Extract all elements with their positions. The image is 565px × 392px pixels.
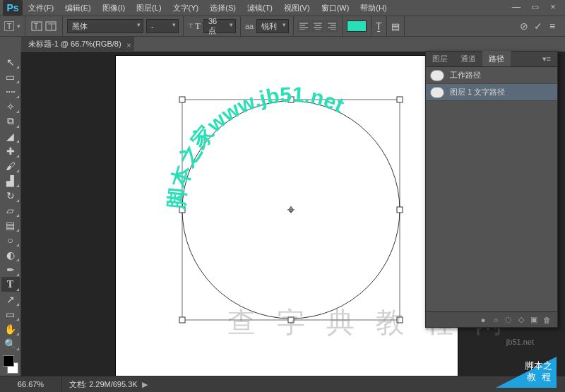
commit-edits-button[interactable]: ✓ — [531, 20, 545, 32]
wand-tool[interactable]: ✧ — [1, 99, 20, 114]
foreground-background-swatch[interactable] — [1, 354, 20, 375]
delete-path-button[interactable]: 🗑 — [540, 316, 553, 324]
font-style-dropdown[interactable]: - — [146, 19, 179, 33]
panel-flyout-menu[interactable]: ▾≡ — [536, 51, 557, 66]
foreground-color[interactable] — [3, 355, 14, 367]
path-thumb-icon — [430, 87, 444, 98]
path-row-work-path[interactable]: 工作路径 — [426, 67, 557, 84]
tool-options-bar: T ▾ T 丅 黑体 - ⊤ T 36 点 aa 锐利 Ṯ ▤ ⊘ ✓ ≡ — [0, 16, 565, 37]
lasso-tool[interactable]: ᠁ — [1, 84, 20, 99]
menu-edit[interactable]: 编辑(E) — [59, 0, 97, 16]
menu-file[interactable]: 文件(F) — [23, 0, 59, 16]
move-tool[interactable]: ↖ — [1, 54, 20, 69]
font-family-dropdown[interactable]: 黑体 — [67, 19, 143, 33]
menu-type[interactable]: 文字(Y) — [167, 0, 205, 16]
paths-panel-footer: ● ○ ◌ ◇ ▣ 🗑 — [426, 311, 557, 327]
svg-rect-20 — [397, 97, 403, 102]
character-panel-toggle[interactable]: ▤ — [391, 21, 400, 32]
path-row-label: 图层 1 文字路径 — [450, 87, 505, 97]
font-size-icon: ⊤ — [188, 23, 194, 30]
svg-rect-24 — [288, 317, 294, 323]
dodge-tool[interactable]: ◐ — [1, 247, 20, 262]
history-brush-tool[interactable]: ↻ — [1, 188, 20, 203]
stroke-path-button[interactable]: ○ — [489, 316, 502, 324]
path-row-type-path[interactable]: 图层 1 文字路径 — [426, 84, 557, 101]
svg-rect-22 — [397, 207, 403, 213]
current-tool-indicator[interactable]: T — [4, 21, 14, 31]
eyedropper-tool[interactable]: ◢ — [1, 129, 20, 143]
brush-tool[interactable]: 🖌 — [1, 158, 20, 173]
svg-rect-18 — [179, 97, 185, 102]
align-center-button[interactable] — [311, 20, 324, 32]
svg-text:T: T — [34, 23, 38, 30]
panel-menu-icon[interactable]: ≡ — [545, 20, 559, 32]
docinfo-label: 文档: — [69, 380, 87, 388]
cancel-edits-button[interactable]: ⊘ — [517, 20, 531, 32]
document-canvas[interactable]: 脚本之家www.jb51.net — [116, 56, 458, 376]
anti-alias-label: aa — [245, 22, 256, 30]
svg-text:丅: 丅 — [48, 23, 55, 30]
status-bar: 66.67% 文档: 2.29M/695.3K ▶ — [0, 376, 565, 392]
pen-tool[interactable]: ✒ — [1, 262, 20, 277]
svg-rect-25 — [397, 317, 403, 323]
gradient-tool[interactable]: ▤ — [1, 218, 20, 232]
text-orientation-vertical[interactable]: 丅 — [44, 20, 58, 32]
make-work-path-button[interactable]: ◇ — [515, 315, 528, 324]
paths-panel: 图层 通道 路径 ▾≡ 工作路径 图层 1 文字路径 ● ○ ◌ ◇ ▣ 🗑 — [425, 51, 558, 328]
docinfo-value: 2.29M/695.3K — [89, 380, 138, 388]
panel-tab-paths[interactable]: 路径 — [482, 51, 511, 66]
svg-rect-23 — [179, 317, 185, 323]
crop-tool[interactable]: ⧉ — [1, 114, 20, 129]
document-tab-title: 未标题-1 @ 66.7%(RGB/8) — [28, 40, 121, 48]
menu-help[interactable]: 帮助(H) — [355, 0, 392, 16]
docinfo-menu-arrow[interactable]: ▶ — [138, 380, 152, 389]
font-size-glyph: T — [195, 20, 201, 32]
menu-select[interactable]: 选择(S) — [204, 0, 242, 16]
healing-tool[interactable]: ✚ — [1, 143, 20, 158]
stamp-tool[interactable]: ▟ — [1, 173, 20, 188]
text-color-swatch[interactable] — [347, 20, 367, 32]
text-orientation-horizontal[interactable]: T — [30, 20, 44, 32]
new-path-button[interactable]: ▣ — [528, 315, 540, 324]
panel-tab-channels[interactable]: 通道 — [454, 51, 482, 66]
zoom-level-field[interactable]: 66.67% — [0, 376, 62, 393]
shape-tool[interactable]: ▭ — [1, 307, 20, 321]
path-select-tool[interactable]: ↗ — [1, 292, 20, 307]
zoom-tool[interactable]: 🔍 — [1, 336, 20, 351]
menu-window[interactable]: 窗口(W) — [316, 0, 355, 16]
warp-text-button[interactable]: Ṯ — [376, 20, 382, 32]
panel-tab-layers[interactable]: 图层 — [426, 51, 454, 66]
toolbox: ↖▭᠁✧⧉◢✚🖌▟↻▱▤○◐✒T↗▭✋🔍 — [0, 52, 21, 376]
font-size-dropdown[interactable]: 36 点 — [203, 19, 236, 33]
app-badge: Ps — [3, 0, 23, 16]
marquee-tool[interactable]: ▭ — [1, 69, 20, 84]
path-thumb-icon — [430, 70, 444, 81]
eraser-tool[interactable]: ▱ — [1, 203, 20, 218]
hand-tool[interactable]: ✋ — [1, 321, 20, 336]
window-close-button[interactable]: × — [544, 0, 562, 16]
menu-image[interactable]: 图像(I) — [97, 0, 131, 16]
path-row-label: 工作路径 — [450, 70, 481, 81]
path-to-selection-button[interactable]: ◌ — [502, 315, 515, 324]
align-left-button[interactable] — [297, 20, 310, 32]
document-tab-close[interactable]: × — [126, 38, 131, 52]
type-tool[interactable]: T — [1, 277, 20, 292]
fill-path-button[interactable]: ● — [477, 316, 489, 324]
window-restore-button[interactable]: ▭ — [525, 0, 544, 16]
align-right-button[interactable] — [326, 20, 338, 32]
window-minimize-button[interactable]: — — [507, 0, 525, 16]
blur-tool[interactable]: ○ — [1, 232, 20, 247]
menu-layer[interactable]: 图层(L) — [131, 0, 167, 16]
menu-view[interactable]: 视图(V) — [278, 0, 316, 16]
path-text[interactable]: 脚本之家www.jb51.net — [164, 83, 347, 211]
anti-alias-dropdown[interactable]: 锐利 — [256, 19, 289, 33]
document-tab[interactable]: 未标题-1 @ 66.7%(RGB/8) × — [21, 37, 134, 51]
menu-filter[interactable]: 滤镜(T) — [242, 0, 278, 16]
